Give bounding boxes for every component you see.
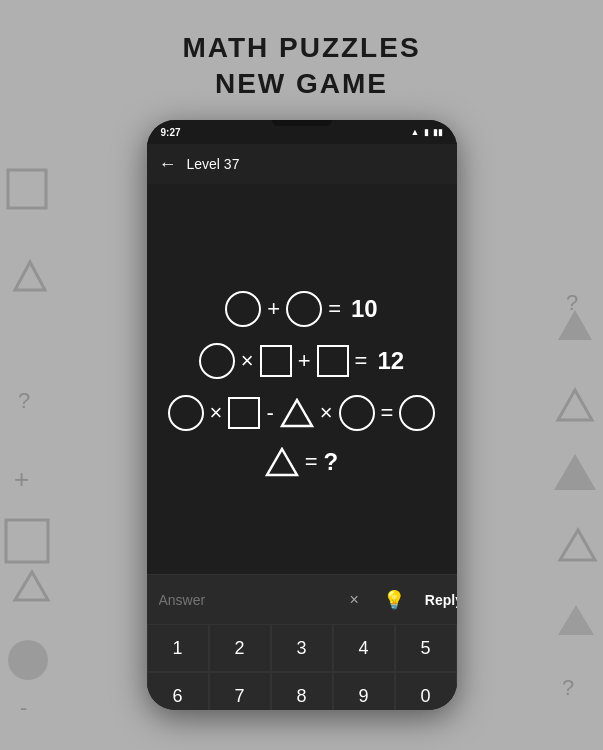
numpad: 1 2 3 4 5 6 7 8 9 0: [147, 624, 457, 710]
battery-icon: ▮▮: [433, 127, 443, 137]
answer-bar: × 💡 Reply: [147, 574, 457, 624]
circle-shape: [286, 291, 322, 327]
notch: [272, 120, 332, 126]
svg-marker-15: [282, 400, 312, 426]
level-label: Level 37: [187, 156, 240, 172]
svg-text:?: ?: [562, 675, 574, 700]
triangle-shape: [265, 447, 299, 477]
svg-text:-: -: [20, 695, 27, 720]
svg-rect-0: [8, 170, 46, 208]
square-shape: [228, 397, 260, 429]
status-icons: ▲ ▮ ▮▮: [411, 127, 443, 137]
num-key-6[interactable]: 6: [147, 672, 209, 710]
signal-icon: ▲: [411, 127, 420, 137]
hint-button[interactable]: 💡: [375, 585, 413, 615]
eq2-result: 12: [377, 347, 404, 375]
svg-marker-1: [15, 262, 45, 290]
svg-marker-5: [15, 572, 48, 600]
num-key-5[interactable]: 5: [395, 624, 457, 672]
clear-button[interactable]: ×: [342, 587, 367, 613]
circle-shape: [339, 395, 375, 431]
equation-1: + = 10: [225, 291, 377, 327]
square-shape: [317, 345, 349, 377]
reply-button[interactable]: Reply: [425, 592, 457, 608]
triangle-shape: [280, 398, 314, 428]
svg-point-6: [8, 640, 48, 680]
svg-text:+: +: [14, 464, 29, 494]
circle-shape: [199, 343, 235, 379]
page-title: MATH PUZZLES NEW GAME: [0, 0, 603, 103]
svg-marker-16: [267, 449, 297, 475]
wifi-icon: ▮: [424, 127, 429, 137]
phone-frame: 9:27 ▲ ▮ ▮▮ ← Level 37 + = 10 × + = 12: [147, 120, 457, 710]
num-key-7[interactable]: 7: [209, 672, 271, 710]
puzzle-area: + = 10 × + = 12 × - × =: [147, 184, 457, 574]
square-shape: [260, 345, 292, 377]
svg-marker-11: [554, 454, 596, 490]
eq1-result: 10: [351, 295, 378, 323]
status-time: 9:27: [161, 127, 181, 138]
num-key-0[interactable]: 0: [395, 672, 457, 710]
num-key-8[interactable]: 8: [271, 672, 333, 710]
circle-shape: [168, 395, 204, 431]
svg-text:?: ?: [18, 388, 30, 413]
num-key-2[interactable]: 2: [209, 624, 271, 672]
svg-text:?: ?: [566, 290, 578, 315]
svg-marker-9: [558, 310, 592, 340]
num-key-9[interactable]: 9: [333, 672, 395, 710]
title-line1: MATH PUZZLES: [0, 30, 603, 66]
back-button[interactable]: ←: [159, 154, 177, 175]
svg-marker-10: [558, 390, 592, 420]
svg-marker-13: [558, 605, 594, 635]
equation-2: × + = 12: [199, 343, 404, 379]
question-mark: ?: [324, 448, 339, 476]
num-key-4[interactable]: 4: [333, 624, 395, 672]
circle-shape: [399, 395, 435, 431]
svg-rect-4: [6, 520, 48, 562]
title-line2: NEW GAME: [0, 66, 603, 102]
equation-4: = ?: [265, 447, 339, 477]
top-bar: ← Level 37: [147, 144, 457, 184]
num-key-3[interactable]: 3: [271, 624, 333, 672]
num-key-1[interactable]: 1: [147, 624, 209, 672]
svg-marker-12: [560, 530, 595, 560]
equation-3: × - × =: [168, 395, 436, 431]
answer-input[interactable]: [159, 592, 334, 608]
circle-shape: [225, 291, 261, 327]
